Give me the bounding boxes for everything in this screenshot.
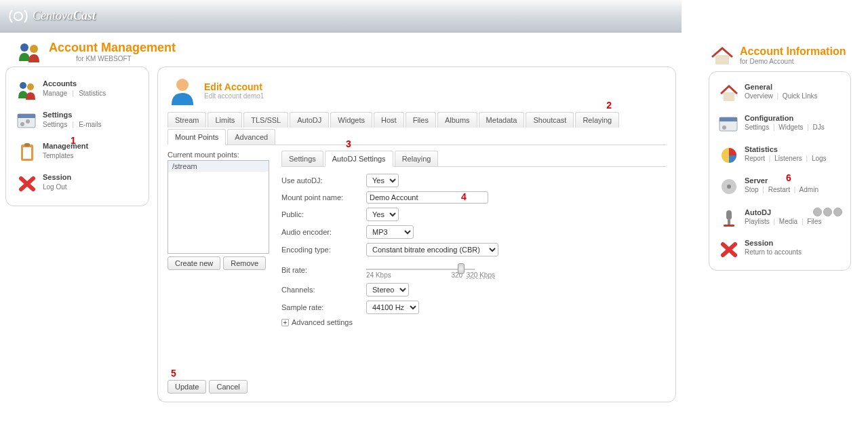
tab-files[interactable]: Files — [406, 112, 436, 128]
bitrate-slider[interactable] — [366, 269, 475, 270]
cancel-button[interactable]: Cancel — [209, 380, 247, 394]
close-icon — [16, 173, 39, 193]
sidebar-link-logout[interactable]: Log Out — [43, 183, 67, 191]
link-quick-links[interactable]: Quick Links — [783, 92, 818, 100]
label-encoder: Audio encoder: — [281, 228, 366, 236]
right-subtitle: for Demo Account — [740, 58, 846, 65]
avatar-icon — [167, 75, 197, 105]
sidebar-title-accounts: Accounts — [43, 79, 106, 88]
mount-list[interactable]: /stream — [167, 160, 269, 254]
link-stats-logs[interactable]: Logs — [812, 155, 827, 162]
link-server-restart[interactable]: Restart — [768, 186, 790, 193]
subtab-relaying[interactable]: Relaying — [395, 151, 439, 166]
svg-rect-11 — [24, 143, 30, 147]
microphone-icon — [717, 208, 741, 228]
tab-host[interactable]: Host — [374, 112, 404, 128]
tab-mount-points[interactable]: Mount Points — [167, 129, 226, 145]
tab-advanced[interactable]: Advanced — [227, 129, 275, 145]
label-enc-type: Encoding type: — [281, 246, 366, 254]
right-title: Account Information — [740, 45, 846, 58]
tab-stream[interactable]: Stream — [167, 112, 206, 128]
tab-autodj[interactable]: AutoDJ — [290, 112, 329, 128]
info-title-statistics: Statistics — [745, 145, 827, 153]
info-section-server: Server Stop | Restart | Admin 6 — [715, 171, 845, 202]
link-config-djs[interactable]: DJs — [813, 123, 825, 131]
update-button[interactable]: Update — [167, 380, 206, 394]
svg-rect-16 — [719, 117, 737, 121]
create-new-button[interactable]: Create new — [167, 256, 220, 270]
top-bar: CentovaCast — [0, 0, 682, 33]
tab-tlsssl[interactable]: TLS/SSL — [243, 112, 288, 128]
link-autodj-playlists[interactable]: Playlists — [745, 218, 770, 225]
tab-shoutcast[interactable]: Shoutcast — [526, 112, 574, 128]
sidebar-link-settings[interactable]: Settings — [43, 121, 67, 128]
label-public: Public: — [281, 210, 366, 218]
link-config-settings[interactable]: Settings — [745, 123, 769, 131]
subtab-autodj-settings[interactable]: AutoDJ Settings — [325, 151, 393, 167]
tab-widgets[interactable]: Widgets — [330, 112, 372, 128]
tab-limits[interactable]: Limits — [208, 112, 242, 128]
remove-button[interactable]: Remove — [223, 256, 266, 270]
svg-point-20 — [727, 185, 731, 189]
link-stats-listeners[interactable]: Listeners — [774, 155, 802, 162]
sidebar-section-management: Management Templates — [12, 136, 143, 168]
house-icon — [709, 44, 736, 66]
info-section-general: General Overview | Quick Links — [715, 77, 845, 109]
autodj-ctrl-1[interactable] — [813, 208, 822, 216]
info-title-server: Server — [745, 176, 818, 185]
svg-rect-10 — [23, 147, 31, 159]
mount-item-stream[interactable]: /stream — [168, 161, 269, 172]
tab-albums[interactable]: Albums — [437, 112, 477, 128]
label-mount-name: Mount point name: — [281, 193, 366, 202]
info-section-configuration: Configuration Settings | Widgets | DJs — [715, 109, 845, 140]
link-autodj-media[interactable]: Media — [779, 218, 797, 225]
autodj-ctrl-3[interactable] — [833, 208, 842, 216]
main-header: Edit Account Edit account demo1 — [167, 75, 666, 105]
tab-metadata[interactable]: Metadata — [479, 112, 525, 128]
label-sample: Sample rate: — [281, 303, 366, 311]
sidebar-title-settings: Settings — [43, 111, 101, 119]
svg-rect-21 — [726, 210, 732, 220]
link-config-widgets[interactable]: Widgets — [778, 123, 803, 131]
sidebar-link-statistics[interactable]: Statistics — [79, 90, 106, 97]
svg-point-2 — [30, 45, 38, 53]
main-panel: Edit Account Edit account demo1 Stream L… — [157, 66, 676, 402]
info-section-statistics: Statistics Report | Listeners | Logs — [715, 140, 845, 171]
svg-point-0 — [14, 12, 22, 20]
select-public[interactable]: Yes — [366, 208, 399, 221]
subtab-settings[interactable]: Settings — [281, 151, 323, 166]
sidebar-title-session: Session — [43, 173, 71, 181]
select-sample[interactable]: 44100 Hz — [366, 301, 419, 314]
link-stats-report[interactable]: Report — [745, 155, 765, 162]
users-icon — [16, 41, 43, 62]
info-section-session: Session Return to accounts — [715, 233, 845, 265]
select-channels[interactable]: Stereo — [366, 283, 409, 296]
svg-rect-6 — [18, 114, 35, 118]
link-overview[interactable]: Overview — [745, 92, 773, 100]
select-use-autodj[interactable]: Yes — [366, 174, 399, 187]
link-autodj-files[interactable]: Files — [807, 218, 821, 225]
bitrate-slider-thumb[interactable] — [458, 263, 465, 274]
sidebar-link-emails[interactable]: E-mails — [79, 121, 101, 128]
sidebar-link-templates[interactable]: Templates — [43, 152, 74, 159]
info-title-autodj: AutoDJ — [745, 208, 771, 216]
tab-relaying[interactable]: Relaying — [575, 112, 619, 128]
disc-icon — [717, 176, 741, 197]
users-icon — [16, 79, 39, 100]
svg-point-1 — [20, 43, 28, 52]
page-title: Account Management — [49, 41, 176, 55]
select-encoder[interactable]: MP3 — [366, 225, 414, 239]
link-server-admin[interactable]: Admin — [800, 186, 818, 193]
svg-rect-14 — [724, 92, 734, 101]
link-return-to-accounts[interactable]: Return to accounts — [745, 248, 802, 256]
annotation-5: 5 — [171, 368, 176, 379]
sidebar-link-manage[interactable]: Manage — [43, 90, 67, 97]
autodj-ctrl-2[interactable] — [823, 208, 832, 216]
advanced-settings-toggle[interactable]: +Advanced settings — [281, 318, 666, 326]
page-subtitle: for KM WEBSOFT — [76, 55, 176, 62]
link-server-stop[interactable]: Stop — [745, 186, 759, 193]
input-mount-name[interactable] — [366, 191, 488, 204]
select-enc-type[interactable]: Constant bitrate encoding (CBR) — [366, 243, 498, 256]
close-icon — [717, 239, 741, 259]
svg-rect-22 — [728, 220, 730, 225]
